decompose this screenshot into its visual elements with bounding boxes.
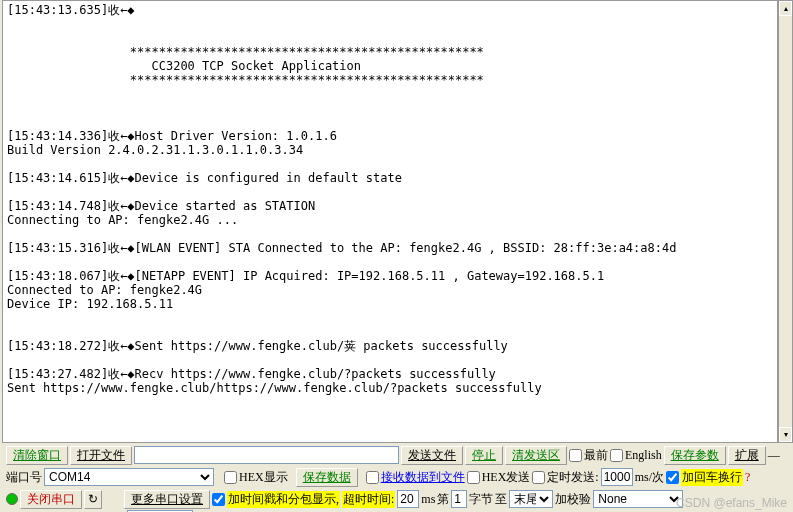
save-data-button[interactable]: 保存数据 <box>296 468 358 487</box>
page-input[interactable] <box>451 490 467 508</box>
add-cr-label: 加回车换行 <box>681 469 743 486</box>
front-label: 最前 <box>584 447 608 464</box>
toolbar-row-1: 清除窗口 打开文件 发送文件 停止 清发送区 最前 English 保存参数 扩… <box>2 444 791 466</box>
add-cr-checkbox[interactable] <box>666 471 679 484</box>
scroll-down-icon[interactable]: ▾ <box>779 427 792 442</box>
open-file-button[interactable]: 打开文件 <box>70 446 132 465</box>
port-label: 端口号 <box>6 469 42 486</box>
question-label[interactable]: ? <box>745 470 750 485</box>
port-select[interactable]: COM14 <box>44 468 214 486</box>
toolbar-row-3: 关闭串口 ↻ 更多串口设置 加时间戳和分包显示, 超时时间: ms 第 字节 至… <box>2 488 791 510</box>
toolbar-row-2: 端口号 COM14 HEX显示 保存数据 接收数据到文件 HEX发送 定时发送:… <box>2 466 791 488</box>
byte-label: 字节 <box>469 491 493 508</box>
english-label: English <box>625 448 662 463</box>
interval-unit-label: ms/次 <box>635 469 664 486</box>
page-label: 第 <box>437 491 449 508</box>
more-settings-button[interactable]: 更多串口设置 <box>124 490 210 509</box>
status-led-icon <box>6 493 18 505</box>
timed-send-checkbox[interactable] <box>532 471 545 484</box>
to-label: 至 <box>495 491 507 508</box>
clear-window-button[interactable]: 清除窗口 <box>6 446 68 465</box>
timestamp-label: 加时间戳和分包显示, <box>227 491 340 508</box>
timeout-input[interactable] <box>397 490 419 508</box>
check-select[interactable]: None <box>593 490 683 508</box>
watermark-label: CSDN @efans_Mike <box>676 496 787 510</box>
front-checkbox[interactable] <box>569 449 582 462</box>
terminal-scrollbar[interactable]: ▴ ▾ <box>778 0 793 443</box>
ms-label: ms <box>421 492 435 507</box>
send-file-button[interactable]: 发送文件 <box>401 446 463 465</box>
clear-send-button[interactable]: 清发送区 <box>505 446 567 465</box>
english-checkbox[interactable] <box>610 449 623 462</box>
add-check-label: 加校验 <box>555 491 591 508</box>
dash-label: — <box>768 448 780 463</box>
scroll-up-icon[interactable]: ▴ <box>779 1 792 16</box>
close-port-button[interactable]: 关闭串口 <box>20 490 82 509</box>
extend-button[interactable]: 扩展 <box>728 446 766 465</box>
hex-display-checkbox[interactable] <box>224 471 237 484</box>
hex-display-label: HEX显示 <box>239 469 288 486</box>
terminal-output: [15:43:13.635]收←◆ **********************… <box>2 0 778 443</box>
file-path-input[interactable] <box>134 446 399 464</box>
end-select[interactable]: 末尾 <box>509 490 553 508</box>
recv-file-label[interactable]: 接收数据到文件 <box>381 469 465 486</box>
hex-send-label: HEX发送 <box>482 469 531 486</box>
timeout-label: 超时时间: <box>342 491 395 508</box>
interval-input[interactable] <box>601 468 633 486</box>
save-params-button[interactable]: 保存参数 <box>664 446 726 465</box>
stop-button[interactable]: 停止 <box>465 446 503 465</box>
timestamp-checkbox[interactable] <box>212 493 225 506</box>
timed-send-label: 定时发送: <box>547 469 598 486</box>
hex-send-checkbox[interactable] <box>467 471 480 484</box>
recv-file-checkbox[interactable] <box>366 471 379 484</box>
refresh-port-button[interactable]: ↻ <box>84 490 102 509</box>
